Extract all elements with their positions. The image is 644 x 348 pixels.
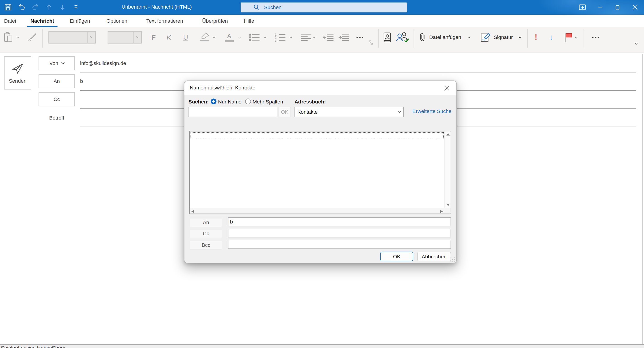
to-field-value[interactable]: b [80,78,83,84]
dialog-cc-button[interactable]: Cc [190,229,222,238]
tab-nachricht[interactable]: Nachricht [27,14,58,27]
scroll-right-icon[interactable] [440,210,443,213]
flag-dropdown-button[interactable] [576,36,577,38]
high-importance-button[interactable]: ! [532,33,540,42]
tab-einfuegen[interactable]: Einfügen [68,14,92,27]
collapse-ribbon-button[interactable] [635,42,638,44]
dialog-bcc-button[interactable]: Bcc [190,241,222,250]
follow-up-flag-button[interactable] [563,32,573,42]
undo-icon[interactable] [18,4,25,11]
customize-quick-access-icon[interactable] [72,4,80,11]
dialog-close-button[interactable] [442,83,451,92]
save-icon[interactable] [4,4,12,11]
dialog-to-button[interactable]: An [190,218,222,227]
align-text-icon [301,33,311,41]
scroll-up-icon[interactable] [446,133,450,136]
tab-hilfe[interactable]: Hilfe [243,14,255,27]
numbered-list-button[interactable]: 123 [274,33,287,42]
scroll-down-icon[interactable] [446,204,450,206]
dialog-search-input[interactable] [189,107,278,117]
addressbook-combo-value: Kontakte [297,109,318,115]
addressbook-combo[interactable]: Kontakte [294,107,404,117]
close-button[interactable] [626,0,644,14]
font-color-dropdown-button[interactable] [239,36,240,38]
horizontal-scrollbar[interactable] [190,208,444,214]
dialog-ok-button[interactable]: OK [380,252,413,261]
vertical-scrollbar[interactable] [444,131,450,208]
more-icon [356,36,358,38]
attach-file-button[interactable] [418,32,427,42]
to-button[interactable]: An [38,74,75,88]
move-up-icon [45,4,52,11]
signature-label[interactable]: Signatur [494,34,518,40]
highlight-dropdown-button[interactable] [213,36,215,38]
font-name-combo[interactable] [48,31,96,43]
more-paragraph-options-button[interactable] [354,36,366,38]
maximize-button[interactable] [609,0,626,14]
check-names-button[interactable] [395,32,410,43]
minimize-icon [598,7,602,8]
radio-more-columns[interactable] [245,98,251,104]
font-size-combo[interactable] [108,31,142,43]
dialog-cancel-button[interactable]: Abbrechen [417,252,451,261]
search-bar[interactable]: Suchen [241,2,407,12]
alignment-button[interactable] [300,33,312,41]
italic-button[interactable]: K [164,33,174,41]
format-painter-button[interactable] [26,32,38,42]
tab-text-formatieren[interactable]: Text formatieren [142,14,188,27]
ribbon-separator [584,29,584,48]
address-book-icon [382,32,392,42]
attach-file-dropdown-button[interactable] [468,36,470,38]
signature-button[interactable] [480,32,491,42]
bold-button[interactable]: F [148,33,160,41]
dialog-resize-grip[interactable] [450,258,455,262]
decrease-indent-button[interactable] [322,33,334,41]
bullet-list-dropdown-button[interactable] [264,36,266,38]
signature-icon [480,32,491,42]
radio-more-columns-label[interactable]: Mehr Spalten [252,99,283,104]
from-button[interactable]: Von [38,56,75,70]
minimize-button[interactable] [591,0,609,14]
radio-name-only[interactable] [210,98,216,104]
contacts-list[interactable] [189,131,451,214]
font-color-button[interactable]: A [223,31,235,43]
address-book-button[interactable] [382,32,393,42]
bullet-list-button[interactable] [248,33,260,41]
dialog-cc-field[interactable] [228,228,451,237]
paste-dropdown-button[interactable] [17,36,18,38]
ribbon-display-options-button[interactable] [573,0,591,14]
tab-datei[interactable]: Datei [4,14,17,27]
cc-label: Cc [54,96,60,102]
advanced-search-link[interactable]: Erweiterte Suche [412,108,452,114]
text-highlight-button[interactable] [198,31,211,43]
more-ribbon-options-button[interactable] [589,36,602,38]
radio-name-only-label[interactable]: Nur Name [218,99,242,104]
cc-button[interactable]: Cc [38,92,75,106]
dialog-to-field[interactable]: b [228,217,451,226]
signature-dropdown-button[interactable] [519,36,521,38]
numbered-list-dropdown-button[interactable] [290,36,292,38]
scroll-left-icon[interactable] [191,210,194,213]
paste-button[interactable] [4,32,13,43]
underline-button[interactable]: U [180,33,191,41]
attach-file-label[interactable]: Datei anfügen [429,34,467,40]
dialog-search-ok-button[interactable]: OK [278,107,291,117]
dialog-launcher-button[interactable] [369,40,374,45]
tab-optionen[interactable]: Optionen [104,14,130,27]
send-button[interactable]: Senden [4,56,31,90]
from-field-value[interactable]: info@skulldesign.de [80,60,126,66]
increase-indent-button[interactable] [338,33,349,41]
low-importance-button[interactable]: ↓ [546,33,556,42]
alignment-dropdown-button[interactable] [313,36,315,38]
tab-ueberpruefen[interactable]: Überprüfen [200,14,230,27]
chevron-down-icon [290,35,292,38]
check-names-icon [396,32,410,43]
font-color-bar [225,40,234,42]
quick-access-toolbar [4,0,80,14]
from-field-divider [80,72,636,72]
chevron-down-icon [61,61,64,64]
chevron-down-icon [398,110,400,113]
dialog-bcc-field[interactable] [228,240,451,248]
paperclip-icon [418,32,426,42]
contacts-list-focus-row[interactable] [191,132,444,139]
